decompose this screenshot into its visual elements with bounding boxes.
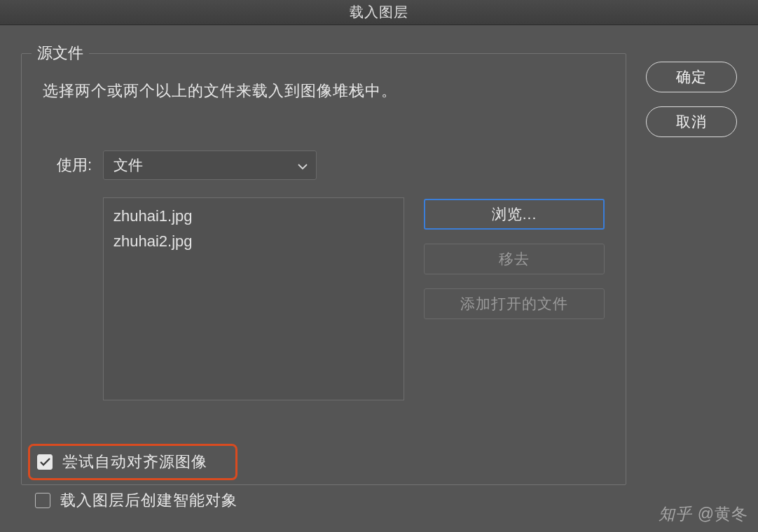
use-select-value: 文件 [113, 155, 143, 175]
watermark: 知乎 @黄冬 [659, 503, 748, 525]
ok-button[interactable]: 确定 [646, 62, 737, 92]
browse-button[interactable]: 浏览... [424, 199, 605, 230]
auto-align-label: 尝试自动对齐源图像 [62, 451, 207, 472]
titlebar: 载入图层 [0, 0, 758, 25]
side-column: 确定 取消 [646, 53, 737, 485]
cancel-button[interactable]: 取消 [646, 106, 737, 137]
file-list-row: zhuhai1.jpg zhuhai2.jpg 浏览... 移去 添加打开的文件 [43, 197, 605, 400]
use-row: 使用: 文件 [43, 150, 605, 180]
use-label: 使用: [43, 155, 92, 176]
fieldset-legend: 源文件 [32, 43, 89, 64]
source-files-fieldset: 源文件 选择两个或两个以上的文件来载入到图像堆栈中。 使用: 文件 zhuhai… [21, 53, 626, 485]
main-column: 源文件 选择两个或两个以上的文件来载入到图像堆栈中。 使用: 文件 zhuhai… [21, 53, 626, 485]
smart-object-row: 载入图层后创建智能对象 [35, 490, 237, 511]
watermark-author: @黄冬 [698, 505, 748, 523]
remove-button: 移去 [424, 244, 605, 274]
chevron-down-icon [298, 157, 308, 174]
instruction-text: 选择两个或两个以上的文件来载入到图像堆栈中。 [43, 80, 605, 102]
window-title: 载入图层 [350, 3, 408, 22]
list-item[interactable]: zhuhai2.jpg [113, 229, 394, 254]
auto-align-checkbox[interactable] [37, 454, 53, 470]
smart-object-label: 载入图层后创建智能对象 [60, 490, 237, 511]
smart-object-checkbox[interactable] [35, 493, 50, 508]
watermark-prefix: 知乎 [659, 505, 697, 523]
use-select[interactable]: 文件 [103, 150, 317, 180]
list-buttons-column: 浏览... 移去 添加打开的文件 [424, 197, 605, 400]
dialog-content: 源文件 选择两个或两个以上的文件来载入到图像堆栈中。 使用: 文件 zhuhai… [0, 25, 758, 485]
list-item[interactable]: zhuhai1.jpg [113, 204, 394, 229]
file-list[interactable]: zhuhai1.jpg zhuhai2.jpg [103, 197, 404, 400]
add-open-files-button: 添加打开的文件 [424, 288, 605, 319]
checkbox-group: 尝试自动对齐源图像 载入图层后创建智能对象 [35, 444, 237, 511]
auto-align-row: 尝试自动对齐源图像 [28, 444, 237, 480]
